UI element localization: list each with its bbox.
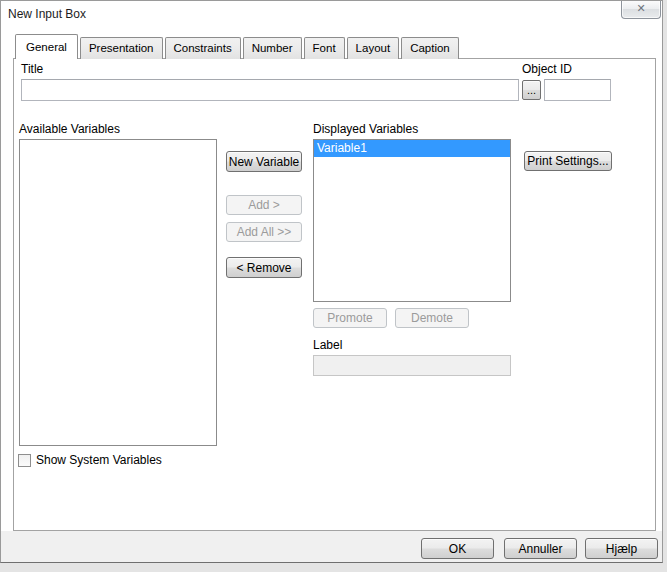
remove-button[interactable]: < Remove bbox=[226, 257, 302, 278]
cancel-button[interactable]: Annuller bbox=[504, 538, 577, 559]
tab-layout[interactable]: Layout bbox=[347, 37, 400, 59]
new-variable-button[interactable]: New Variable bbox=[226, 151, 302, 172]
titlebar: New Input Box ✕ bbox=[1, 1, 662, 31]
object-id-label: Object ID bbox=[522, 62, 572, 76]
tab-constraints[interactable]: Constraints bbox=[165, 37, 241, 59]
help-button[interactable]: Hjælp bbox=[585, 538, 658, 559]
title-input[interactable] bbox=[21, 79, 519, 101]
show-system-variables-checkbox[interactable] bbox=[18, 454, 31, 467]
add-all-button: Add All >> bbox=[226, 222, 302, 242]
tab-font[interactable]: Font bbox=[304, 37, 345, 59]
close-button[interactable]: ✕ bbox=[621, 0, 661, 19]
print-settings-button[interactable]: Print Settings... bbox=[524, 151, 612, 171]
demote-button: Demote bbox=[395, 308, 469, 328]
displayed-variables-list[interactable]: Variable1 bbox=[313, 139, 511, 302]
label-field-label: Label bbox=[313, 338, 342, 352]
window-title: New Input Box bbox=[8, 7, 86, 21]
label-input bbox=[313, 355, 511, 376]
tab-bar: General Presentation Constraints Number … bbox=[15, 34, 461, 59]
footer-bar: OK Annuller Hjælp bbox=[1, 531, 662, 563]
list-item-variable1[interactable]: Variable1 bbox=[314, 140, 510, 157]
show-system-variables-row[interactable]: Show System Variables bbox=[18, 453, 162, 467]
available-variables-list[interactable] bbox=[19, 139, 217, 446]
close-icon: ✕ bbox=[636, 2, 645, 15]
tab-general[interactable]: General bbox=[15, 34, 78, 59]
add-button: Add > bbox=[226, 195, 302, 215]
tab-number[interactable]: Number bbox=[243, 37, 302, 59]
promote-button: Promote bbox=[313, 308, 387, 328]
available-variables-label: Available Variables bbox=[19, 122, 120, 136]
displayed-variables-label: Displayed Variables bbox=[313, 122, 418, 136]
object-id-input[interactable] bbox=[544, 79, 611, 101]
tab-caption[interactable]: Caption bbox=[401, 37, 459, 59]
object-id-browse-button[interactable]: ... bbox=[522, 80, 541, 100]
ok-button[interactable]: OK bbox=[421, 538, 494, 559]
show-system-variables-label: Show System Variables bbox=[36, 453, 162, 467]
title-field-label: Title bbox=[21, 62, 43, 76]
new-input-box-dialog: New Input Box ✕ General Presentation Con… bbox=[0, 0, 663, 563]
tab-presentation[interactable]: Presentation bbox=[80, 37, 163, 59]
